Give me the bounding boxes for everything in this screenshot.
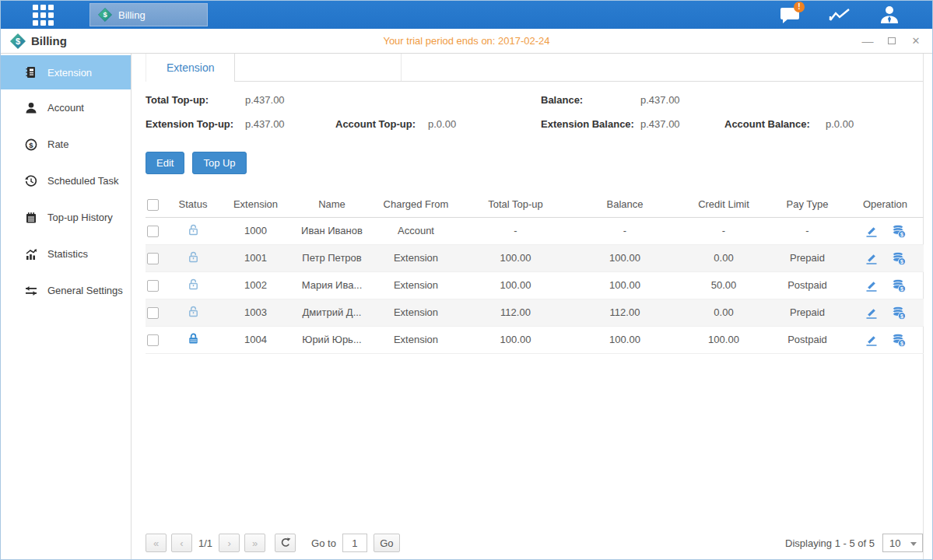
edit-button[interactable]: Edit bbox=[146, 152, 184, 174]
general-settings-icon bbox=[25, 285, 37, 297]
sidebar-item-extension[interactable]: Extension bbox=[1, 55, 131, 89]
row-checkbox[interactable] bbox=[147, 307, 159, 319]
apps-grid-icon[interactable] bbox=[30, 2, 55, 27]
pagination-right: Displaying 1 - 5 of 5 10 bbox=[785, 534, 923, 552]
cell-total-topup: 112.00 bbox=[461, 299, 570, 326]
cell-name: Петр Петров bbox=[293, 244, 371, 271]
account-topup-value: p.0.00 bbox=[428, 118, 456, 130]
next-page-button[interactable]: › bbox=[219, 534, 240, 552]
person-icon bbox=[879, 5, 900, 25]
balance-value: p.437.00 bbox=[640, 94, 680, 106]
top-up-icon[interactable]: $ bbox=[891, 223, 907, 239]
cell-balance: 100.00 bbox=[570, 244, 679, 271]
sidebar-item-statistics[interactable]: Statistics bbox=[1, 236, 131, 272]
table-row: 1000 Иван Иванов Account - - - - $ bbox=[146, 217, 924, 244]
cell-balance: - bbox=[570, 217, 679, 244]
top-up-button[interactable]: Top Up bbox=[192, 152, 246, 174]
sidebar-item-label: Statistics bbox=[47, 248, 88, 260]
cell-name: Иван Иванов bbox=[293, 217, 371, 244]
extension-topup-label: Extension Top-up: bbox=[146, 118, 233, 130]
unlocked-icon bbox=[187, 250, 200, 264]
content-wrap: Extension Total Top-up: p.437.00 Balance… bbox=[146, 54, 924, 559]
refresh-button[interactable] bbox=[275, 534, 296, 552]
messages-icon[interactable]: ! bbox=[778, 3, 801, 26]
sidebar-item-topup-history[interactable]: Top-up History bbox=[1, 199, 131, 236]
sidebar-item-label: Extension bbox=[47, 67, 92, 79]
billing-app-icon: $ bbox=[98, 8, 112, 22]
row-checkbox[interactable] bbox=[147, 280, 159, 292]
extension-balance-label: Extension Balance: bbox=[541, 118, 634, 130]
row-checkbox[interactable] bbox=[147, 334, 159, 346]
cell-extension: 1000 bbox=[219, 217, 293, 244]
taskbar-billing-tab[interactable]: $ Billing bbox=[89, 3, 208, 26]
go-button[interactable]: Go bbox=[374, 534, 400, 552]
cell-extension: 1003 bbox=[219, 299, 293, 326]
extension-panel: Total Top-up: p.437.00 Balance: p.437.00… bbox=[146, 82, 923, 559]
goto-page-input[interactable] bbox=[342, 534, 367, 552]
select-all-checkbox[interactable] bbox=[147, 199, 159, 211]
window-title: Billing bbox=[31, 34, 67, 47]
tab-divider bbox=[401, 54, 402, 81]
svg-text:$: $ bbox=[900, 231, 903, 237]
extension-topup-value: p.437.00 bbox=[245, 118, 285, 130]
table-header-row: Status Extension Name Charged From Total… bbox=[146, 192, 924, 217]
edit-icon[interactable] bbox=[865, 224, 879, 238]
cell-pay-type: - bbox=[768, 217, 847, 244]
sidebar-item-general-settings[interactable]: General Settings bbox=[1, 272, 131, 309]
extension-balance-value: p.437.00 bbox=[640, 118, 680, 130]
row-checkbox[interactable] bbox=[147, 226, 159, 237]
cell-total-topup: 100.00 bbox=[461, 244, 570, 271]
unlocked-icon bbox=[187, 223, 200, 236]
top-up-icon[interactable]: $ bbox=[891, 250, 907, 266]
svg-text:$: $ bbox=[16, 36, 20, 45]
top-up-icon[interactable]: $ bbox=[891, 332, 907, 348]
svg-text:$: $ bbox=[900, 313, 903, 319]
cell-extension: 1004 bbox=[219, 326, 293, 353]
sidebar-item-account[interactable]: Account bbox=[1, 89, 131, 126]
sidebar-item-label: Scheduled Task bbox=[47, 175, 119, 187]
page-size-select[interactable]: 10 bbox=[882, 534, 923, 552]
reports-icon[interactable] bbox=[828, 3, 851, 26]
top-up-icon[interactable]: $ bbox=[891, 278, 907, 293]
total-topup-label: Total Top-up: bbox=[146, 94, 209, 106]
sidebar: Extension Account $ Rate bbox=[1, 54, 132, 559]
notification-badge: ! bbox=[794, 2, 805, 12]
cell-charged-from: Extension bbox=[371, 244, 461, 271]
tab-extension[interactable]: Extension bbox=[146, 54, 235, 82]
row-checkbox[interactable] bbox=[147, 253, 159, 264]
cell-total-topup: 100.00 bbox=[461, 326, 570, 353]
first-page-button[interactable]: « bbox=[146, 534, 167, 552]
edit-icon[interactable] bbox=[865, 278, 879, 292]
cell-pay-type: Postpaid bbox=[768, 271, 847, 299]
close-button[interactable]: ✕ bbox=[910, 36, 921, 47]
page-size-value: 10 bbox=[889, 537, 900, 549]
rate-icon: $ bbox=[25, 138, 37, 151]
cell-charged-from: Extension bbox=[371, 271, 461, 299]
edit-icon[interactable] bbox=[865, 251, 879, 265]
account-icon bbox=[25, 102, 37, 114]
sidebar-item-scheduled-task[interactable]: Scheduled Task bbox=[1, 163, 131, 199]
cell-credit-limit: 50.00 bbox=[679, 271, 768, 299]
col-status: Status bbox=[167, 192, 219, 217]
cell-balance: 100.00 bbox=[570, 326, 679, 353]
trial-notice: Your trial period ends on: 2017-02-24 bbox=[1, 35, 932, 47]
edit-icon[interactable] bbox=[865, 306, 879, 320]
billing-window: $ Billing ! bbox=[0, 0, 933, 560]
maximize-button[interactable] bbox=[886, 36, 897, 47]
extension-icon bbox=[25, 66, 37, 79]
top-up-icon[interactable]: $ bbox=[891, 305, 907, 320]
minimize-button[interactable]: — bbox=[862, 36, 873, 47]
topbar-icons: ! bbox=[778, 1, 901, 29]
cell-charged-from: Extension bbox=[371, 326, 461, 353]
user-icon[interactable] bbox=[878, 3, 901, 26]
billing-logo-icon: $ bbox=[10, 33, 26, 49]
body: Extension Account $ Rate bbox=[1, 54, 932, 559]
titlebar: $ Billing Your trial period ends on: 201… bbox=[1, 29, 932, 54]
last-page-button[interactable]: » bbox=[244, 534, 265, 552]
cell-charged-from: Extension bbox=[371, 299, 461, 326]
col-pay-type: Pay Type bbox=[768, 192, 847, 217]
sidebar-item-rate[interactable]: $ Rate bbox=[1, 126, 131, 163]
edit-icon[interactable] bbox=[865, 333, 879, 347]
topup-history-icon bbox=[25, 212, 37, 224]
prev-page-button[interactable]: ‹ bbox=[171, 534, 192, 552]
